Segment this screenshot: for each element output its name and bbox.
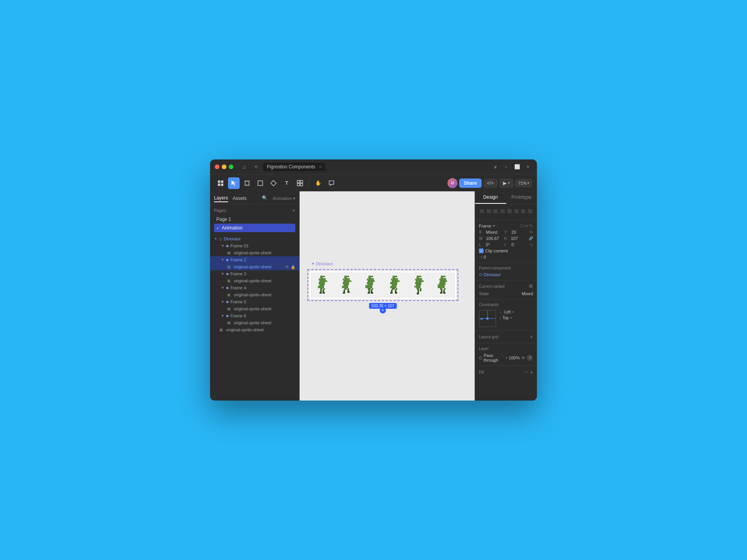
svg-rect-123 [443,292,445,294]
home-icon[interactable]: ⌂ [240,162,249,172]
svg-rect-117 [438,284,441,288]
variant-settings-icon[interactable]: ⚙ [529,284,533,289]
component-tool-button[interactable] [294,177,306,189]
frame-tool-button[interactable] [241,177,253,189]
minimize-window-button[interactable] [222,164,226,169]
fill-header: Fill ⋯ + [479,369,533,375]
state-value: Mixed [522,291,533,296]
eye-closed-icon[interactable]: 👁 [285,265,289,269]
layer-frame5[interactable]: ▼ ◆ Frame 5 [210,298,299,305]
svg-rect-3 [221,184,223,186]
add-page-button[interactable]: + [292,207,295,214]
assets-tab[interactable]: Assets [233,195,247,202]
corner-expand-icon[interactable]: ⤡ [530,243,533,247]
layer-sprite-f04[interactable]: ▦ original-sprite-sheet [210,291,299,298]
add-fill-button[interactable]: + [530,369,533,375]
canvas-area[interactable]: ✦ Dinosaur [300,191,475,401]
chevron-down-icon[interactable]: ∨ [491,163,500,171]
frame-icon: ◆ [226,244,229,248]
layer-frame6[interactable]: ▼ ◆ Frame 6 [210,312,299,319]
align-left-button[interactable]: ⬛ [479,207,485,215]
add-layout-grid-button[interactable]: + [530,334,533,340]
close-window-button[interactable] [215,164,219,169]
help-button[interactable]: ? [527,355,533,361]
blend-mode-value[interactable]: Pass through [484,353,504,362]
svg-rect-114 [445,280,447,282]
animation-button[interactable]: Animation ▾ [273,196,295,201]
frame-rect-icon[interactable]: □ [521,223,523,228]
play-icon: ▶ [503,180,507,186]
svg-rect-28 [318,286,320,288]
w-prop-row: W 106.67 H 107 🔗 [479,236,533,241]
parent-component-name[interactable]: ◇ Dinosaur [479,272,533,277]
align-right-button[interactable]: ⬛ [493,207,499,215]
svg-rect-0 [218,180,220,183]
y-value: 20 [512,230,529,234]
refresh-icon[interactable]: ↻ [530,230,533,234]
layer-frame2[interactable]: ▼ ◆ Frame 2 [210,256,299,263]
cv-title: Current variant [479,284,505,289]
layer-sprite-f05[interactable]: ▦ original-sprite-sheet [210,305,299,312]
page-item-animation[interactable]: ✓ Animation [214,224,295,232]
shape-tool-button[interactable] [254,177,266,189]
select-tool-button[interactable] [228,177,240,189]
dino-frame-6 [431,273,455,298]
align-bottom-button[interactable]: ⬛ [514,207,519,215]
layer-dinosaur[interactable]: ▼ ◇ Dinosaur [210,235,299,242]
zoom-button[interactable]: 71% ▾ [515,179,532,187]
search-icon[interactable]: 🔍 [262,195,268,201]
frame-icons: □ ▭ ⤡ [521,223,533,228]
svg-rect-20 [319,279,320,280]
fill-options-icon[interactable]: ⋯ [524,369,528,375]
link-icon[interactable]: 🔗 [529,236,533,240]
maximize-window-button[interactable] [229,164,233,169]
zoom-chevron-icon: ▾ [528,181,529,185]
layer-sprite-f06[interactable]: ▦ original-sprite-sheet [210,319,299,326]
horizontal-constraint[interactable]: ↔ Left ▾ [499,310,514,314]
layer-sprite-f02[interactable]: ▦ original-sprite-sheet 👁 🔒 [210,263,299,270]
canvas-add-button[interactable]: + [380,307,386,313]
svg-rect-103 [417,290,419,293]
visibility-icon[interactable]: 👁 [521,356,525,360]
close-icon[interactable]: × [524,163,532,171]
pen-tool-button[interactable] [268,177,279,189]
code-button[interactable]: </> [483,178,498,188]
play-button[interactable]: ▶ ▾ [499,178,514,188]
layers-tab[interactable]: Layers [214,194,228,202]
hand-tool-button[interactable]: ✋ [312,177,324,189]
grid-tool-button[interactable] [215,177,226,189]
align-top-button[interactable]: ⬛ [500,207,505,215]
share-button[interactable]: Share [459,178,481,188]
active-tab[interactable]: Figmotion Components × [263,163,325,171]
layer-sprite-f03[interactable]: ▦ original-sprite-sheet [210,277,299,284]
minimize-icon[interactable]: − [502,163,510,171]
comment-tool-button[interactable] [326,177,337,189]
design-tab[interactable]: Design [475,191,506,204]
align-middle-v-button[interactable]: ⬛ [507,207,512,215]
layer-sprite-f01[interactable]: ▦ original-sprite-sheet [210,249,299,256]
tab-add-button[interactable]: + [252,163,260,171]
layer-frame01[interactable]: ▼ ◆ Frame 01 [210,242,299,249]
svg-rect-40 [345,279,345,280]
frame5-label: Frame 5 [230,299,246,304]
prototype-tab[interactable]: Prototype [506,191,537,204]
svg-rect-59 [372,278,373,279]
vertical-constraint[interactable]: ↕ Top ▾ [499,316,514,320]
lock-icon[interactable]: 🔒 [291,265,295,269]
clip-checkbox[interactable]: ✓ [479,248,484,253]
frame-expand-icon[interactable]: ⤡ [530,223,533,228]
layer-frame4[interactable]: ▼ ◆ Frame 4 [210,284,299,291]
layer-frame3[interactable]: ▼ ◆ Frame 3 [210,270,299,277]
distribute-h-button[interactable]: ⬛ [521,207,526,215]
restore-icon[interactable]: ⬜ [513,163,521,171]
frame-screen-icon[interactable]: ▭ [524,223,528,228]
distribute-v-button[interactable]: ⬛ [527,207,533,215]
text-tool-button[interactable]: T [281,177,293,189]
sprite-f06-label: original-sprite-sheet [234,320,272,325]
svg-rect-34 [323,292,325,294]
page-item-page1[interactable]: Page 1 [214,215,295,224]
align-center-h-button[interactable]: ⬛ [486,207,492,215]
layer-root-sprite[interactable]: ▦ original-sprite-sheet [210,326,299,333]
svg-rect-109 [439,279,441,280]
tab-close-icon[interactable]: × [319,165,321,169]
